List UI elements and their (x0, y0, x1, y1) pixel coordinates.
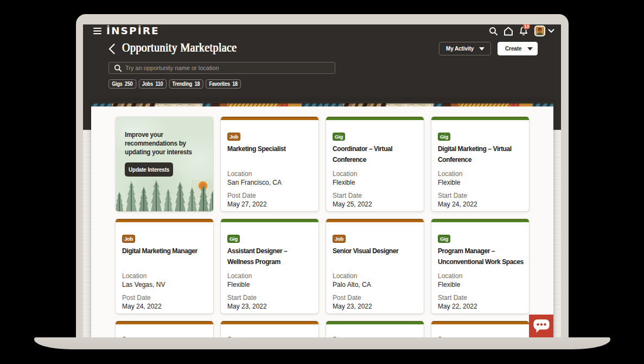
filter-chip[interactable]: Jobs 110 (138, 79, 166, 89)
card-title: Digital Marketing Manager (122, 246, 208, 256)
chip-count: 18 (232, 81, 238, 87)
card-type-badge: Job (122, 235, 135, 243)
chip-label: Gigs (112, 81, 122, 87)
cards-grid: Improve your recommendations by updating… (116, 117, 529, 337)
card-type-badge: Job (333, 235, 346, 243)
date-value: May 25, 2022 (333, 200, 418, 209)
opportunity-card[interactable]: Job Digital Marketing Manager Location L… (116, 219, 213, 313)
card-type-badge: Gig (333, 133, 345, 141)
opportunity-card[interactable]: Gig Assistant Designer – Wellness Progra… (221, 219, 318, 313)
search-icon[interactable] (486, 24, 501, 37)
caret-down-icon (479, 47, 484, 51)
laptop-base (34, 337, 610, 349)
chip-label: Trending (173, 81, 193, 87)
date-value: May 24, 2022 (438, 200, 524, 209)
date-label: Start Date (438, 192, 524, 200)
date-label: Start Date (333, 192, 418, 200)
filter-chip[interactable]: Trending 18 (169, 79, 203, 89)
header-actions: 10 (486, 24, 555, 37)
date-label: Start Date (438, 294, 524, 302)
menu-bar (93, 30, 101, 32)
date-value: May 23, 2022 (227, 302, 313, 311)
location-label: Location (438, 272, 524, 280)
date-value: May 27, 2022 (227, 200, 313, 209)
chip-count: 250 (125, 81, 132, 87)
page-title: Opportunity Marketplace (122, 41, 237, 55)
card-top-bar (221, 219, 318, 222)
stage: İNSPİRE 10 (0, 0, 644, 364)
location-value: Las Vegas, NV (122, 280, 208, 289)
location-value: Flexible (333, 178, 418, 187)
card-top-bar (431, 117, 529, 120)
create-button[interactable]: Create (498, 42, 538, 55)
card-fields: Location Flexible Start Date May 24, 202… (438, 170, 524, 211)
opportunity-card-partial[interactable] (116, 321, 213, 337)
opportunity-card-partial[interactable] (326, 321, 424, 337)
promo-card: Improve your recommendations by updating… (116, 117, 213, 211)
card-type-badge: Job (227, 133, 240, 141)
location-value: Palo Alto, CA (333, 280, 418, 289)
card-title: Coordinator – Virtual Conference (333, 143, 419, 165)
filter-chip[interactable]: Favorites 18 (206, 79, 241, 89)
back-button[interactable] (109, 43, 116, 54)
decorative-banner (91, 101, 553, 106)
card-title: Assistant Designer – Wellness Program (227, 246, 314, 267)
location-label: Location (122, 272, 208, 280)
cards-area: Improve your recommendations by updating… (91, 106, 553, 337)
location-value: Flexible (227, 280, 313, 289)
card-title: Senior Visual Designer (333, 246, 419, 256)
card-top-bar (221, 117, 318, 120)
user-menu-chevron-icon[interactable] (547, 24, 555, 37)
opportunity-card[interactable]: Job Marketing Specialist Location San Fr… (221, 117, 318, 211)
opportunity-card[interactable]: Gig Program Manager – Unconventional Wor… (431, 219, 529, 313)
card-fields: Location Flexible Start Date May 23, 202… (227, 272, 313, 313)
promo-message: Improve your recommendations by updating… (125, 130, 212, 157)
caret-down-icon (527, 47, 533, 51)
card-top-bar (326, 219, 424, 222)
create-label: Create (505, 46, 522, 52)
content-panel: Improve your recommendations by updating… (91, 101, 553, 337)
card-top-bar (326, 321, 424, 324)
opportunity-card[interactable]: Gig Coordinator – Virtual Conference Loc… (326, 117, 424, 211)
date-label: Post Date (333, 294, 418, 302)
my-activity-button[interactable]: My Activity (439, 42, 491, 55)
date-value: May 23, 2022 (333, 302, 418, 311)
opportunity-card[interactable]: Job Senior Visual Designer Location Palo… (326, 219, 424, 313)
search-input-icon (114, 64, 122, 72)
location-value: Flexible (438, 280, 524, 289)
avatar[interactable] (534, 26, 545, 36)
card-fields: Location Las Vegas, NV Post Date May 24,… (122, 272, 208, 313)
search-input[interactable]: Try an opportunity name or location (109, 62, 335, 74)
forest-illustration (116, 180, 213, 211)
location-value: San Francisco, CA (227, 178, 313, 187)
menu-bar (93, 33, 101, 34)
notifications-icon[interactable]: 10 (516, 24, 531, 37)
app-logo: İNSPİRE (106, 24, 160, 37)
card-top-bar (116, 321, 213, 324)
card-type-badge: Gig (438, 133, 450, 141)
card-top-bar (431, 219, 529, 222)
chip-count: 110 (155, 81, 163, 87)
opportunity-card-partial[interactable] (431, 321, 529, 337)
card-type-badge (333, 337, 337, 337)
opportunity-card-partial[interactable] (221, 321, 318, 337)
opportunity-card[interactable]: Gig Digital Marketing – Virtual Conferen… (431, 117, 529, 211)
date-label: Post Date (227, 192, 313, 200)
update-interests-button[interactable]: Update Interests (125, 162, 173, 177)
card-top-bar (326, 117, 424, 120)
filter-chip[interactable]: Gigs 250 (109, 79, 136, 89)
notification-badge: 10 (522, 24, 531, 30)
search-placeholder: Try an opportunity name or location (125, 65, 219, 71)
location-label: Location (227, 272, 313, 280)
menu-icon[interactable] (93, 28, 101, 34)
my-activity-label: My Activity (446, 46, 474, 52)
filter-chips: Gigs 250 Jobs 110 Trending 18 Favorites … (109, 79, 244, 89)
menu-bar (93, 28, 101, 29)
card-title: Digital Marketing – Virtual Conference (438, 143, 524, 165)
chat-widget-button[interactable] (529, 315, 553, 337)
location-label: Location (333, 170, 418, 178)
home-icon[interactable] (501, 24, 516, 37)
card-fields: Location Flexible Start Date May 25, 202… (333, 170, 418, 211)
card-type-badge: Gig (227, 235, 240, 243)
chat-bubble-icon (533, 319, 550, 333)
